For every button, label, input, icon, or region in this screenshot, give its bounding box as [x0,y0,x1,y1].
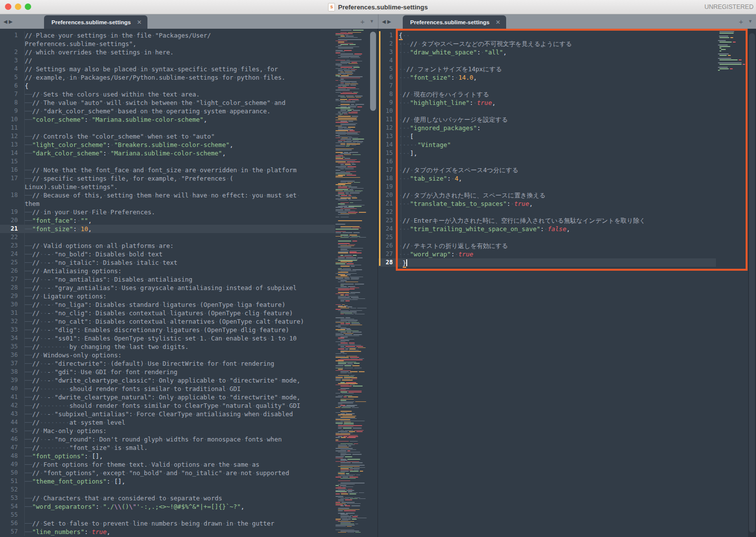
line-number[interactable]: 41 [0,393,18,401]
code-line[interactable]: 24──//··-·"no_bold":·Disables·bold·text [0,250,335,258]
code-line[interactable]: 28·} [378,258,716,267]
code-line[interactable]: 56──//·Set·to·false·to·prevent·line·numb… [0,519,335,528]
line-number[interactable]: 56 [0,519,18,528]
scrollbar-thumb[interactable] [370,32,376,111]
line-number[interactable]: 27 [0,275,18,284]
code-line[interactable]: 9···"highlight_line":·true, [378,98,716,107]
code-line[interactable]: 25──//··-·"no_italic":·Disables·italic·t… [0,258,335,267]
code-line[interactable]: 33──//··-·"dlig":·Enables·discretionary·… [0,326,335,334]
code-line[interactable]: 20·//·タブが入力された時に、スペースに置き換える [378,191,716,199]
tab-preferences-left[interactable]: Preferences.sublime-settings ✕ [44,15,147,29]
code-line[interactable]: 7──//·Sets·the·colors·used·within·the·te… [0,90,335,98]
line-number[interactable]: 5 [0,73,18,82]
code-line[interactable]: 40──//········should·render·fonts·simila… [0,385,335,393]
line-number[interactable]: 13 [0,141,18,149]
code-line[interactable]: 3···"draw_white_space":·"all", [378,48,716,56]
line-number[interactable]: 14 [0,149,18,157]
line-number[interactable]: 48 [0,452,18,460]
line-number[interactable]: 7 [0,90,18,98]
code-line[interactable]: 48──"font_options":·[], [0,452,335,460]
right-editor-pane[interactable]: 1{··2···//·タブやスペースなどの不可視文字を見えるようにする3···"… [378,29,756,537]
line-number[interactable]: 44 [0,418,18,427]
code-line[interactable]: 6···"font_size":·14.0, [378,73,716,82]
new-tab-button[interactable]: + [360,17,365,26]
code-line[interactable]: 17──//·specific·settings·file,·for·examp… [0,174,335,183]
line-number[interactable]: 24 [0,250,18,258]
code-line[interactable]: 6{ [0,82,335,90]
code-line[interactable]: 47──//········"font_size"·is·small. [0,443,335,452]
history-back-icon[interactable]: ◀ [3,19,7,24]
code-line[interactable]: 53──//·Characters·that·are·considered·to… [0,494,335,502]
code-line[interactable]: 41──//··-·"dwrite_cleartype_natural":·On… [0,393,335,401]
code-line[interactable]: 34──//··-·"ss01":·Enables·OpenType·styli… [0,334,335,342]
code-line[interactable]: 13──"light_color_scheme":·"Breakers.subl… [0,141,335,149]
code-line[interactable]: them [0,199,335,208]
line-number[interactable]: 32 [0,317,18,326]
pane-divider[interactable] [378,29,378,537]
line-number[interactable]: 39 [0,376,18,385]
line-number[interactable]: 26 [0,267,18,275]
code-line[interactable]: 26──//·Antialiasing·options: [0,267,335,275]
code-line[interactable]: 50──//·"font_options",·except·"no_bold"·… [0,469,335,477]
code-line[interactable]: 31──//··-·"no_clig":·Disables·contextual… [0,309,335,317]
line-number[interactable]: 18 [0,191,18,199]
code-line[interactable]: 21···"translate_tabs_to_spaces":·true, [378,199,716,208]
tab-overflow-button[interactable]: ▼ [748,19,753,24]
code-line[interactable]: 23·//·Enterキーが入力された時に、空行に挿入されている無駄なインデント… [378,216,716,225]
code-line[interactable]: 55 [0,511,335,519]
code-line[interactable]: 21──"font_size":·10, [0,225,335,233]
code-line[interactable]: 38──//··-·"gdi":·Use·GDI·for·font·render… [0,368,335,376]
line-number[interactable]: 11 [0,124,18,132]
code-line[interactable]: 43──//··-·"subpixel_antialias":·Force·Cl… [0,410,335,418]
code-line[interactable]: 39──//··-·"dwrite_cleartype_classic":·On… [0,376,335,385]
tab-preferences-right[interactable]: Preferences.sublime-settings ✕ [403,15,506,29]
scrollbar-thumb[interactable] [749,33,755,533]
code-line[interactable]: 49──//·Font·options·for·theme·text.·Vali… [0,460,335,469]
line-number[interactable]: 22 [0,233,18,242]
line-number[interactable]: 17 [0,174,18,183]
code-line[interactable]: 15···], [378,149,716,157]
code-line[interactable]: 1{·· [378,31,716,40]
code-line[interactable]: 18──//·Because·of·this,·setting·them·her… [0,191,335,199]
line-number[interactable]: 35 [0,342,18,351]
code-line[interactable]: 27──//··-·"no_antialias":·Disables·antia… [0,275,335,284]
line-number[interactable]: 2 [0,48,18,56]
code-rows[interactable]: 1//·Place·your·settings·in·the·file·"Pac… [0,31,335,536]
code-line[interactable]: 27···"word_wrap":·true [378,250,716,258]
line-number[interactable]: 45 [0,427,18,435]
line-number[interactable]: 10 [0,115,18,124]
code-line[interactable]: 29──//·Ligature·options: [0,292,335,300]
line-number[interactable]: 9 [0,107,18,115]
line-number[interactable]: 52 [0,486,18,494]
line-number[interactable]: 38 [0,368,18,376]
line-number[interactable]: 15 [0,157,18,166]
line-number[interactable]: 3 [0,56,18,65]
code-line[interactable]: 28──//··-·"gray_antialias":·Uses·graysca… [0,284,335,292]
line-number[interactable]: 4 [0,65,18,73]
line-number[interactable]: 43 [0,410,18,418]
line-number[interactable]: 34 [0,334,18,342]
code-line[interactable]: 14·····"Vintage" [378,141,716,149]
code-line[interactable]: 12──//·Controls·the·"color_scheme"·when·… [0,132,335,141]
code-line[interactable]: 51──"theme_font_options":·[], [0,477,335,486]
code-line[interactable]: 3// [0,56,335,65]
line-number[interactable]: 46 [0,435,18,443]
line-number[interactable]: 20 [0,216,18,225]
history-forward-icon[interactable]: ▶ [9,19,13,24]
code-line[interactable]: 30──//··-·"no_liga":·Disables·standard·l… [0,300,335,309]
line-number[interactable] [0,183,18,191]
history-back-icon[interactable]: ◀ [382,19,386,24]
line-number[interactable]: 16 [0,166,18,174]
tab-close-icon[interactable]: ✕ [137,19,142,25]
code-line[interactable]: 4 [378,56,716,65]
tab-overflow-button[interactable]: ▼ [370,19,374,24]
line-number[interactable]: 36 [0,351,18,359]
history-forward-icon[interactable]: ▶ [387,19,391,24]
code-line[interactable]: 25 [378,233,716,242]
code-line[interactable]: 17·//·タブのサイズをスペース4つ分にする [378,166,716,174]
line-number[interactable]: 57 [0,528,18,536]
line-number[interactable]: 21 [0,225,18,233]
code-line[interactable]: 15 [0,157,335,166]
code-line[interactable]: 11·//·使用しないパッケージを設定する [378,115,716,124]
code-line[interactable]: 2···//·タブやスペースなどの不可視文字を見えるようにする [378,40,716,48]
